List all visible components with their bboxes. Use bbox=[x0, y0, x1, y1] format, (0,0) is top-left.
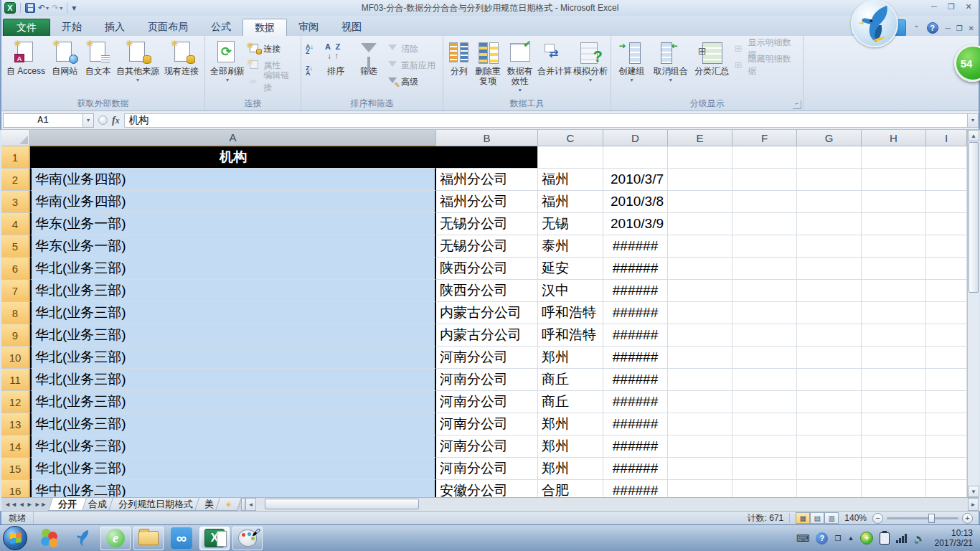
normal-view-button[interactable]: ▦ bbox=[796, 512, 810, 524]
existing-connections-button[interactable]: 现有连接 bbox=[161, 38, 202, 97]
cell-D16[interactable]: ###### bbox=[603, 480, 668, 497]
row-header-6[interactable]: 6 bbox=[1, 258, 30, 280]
sheet-tab-分开[interactable]: 分开 bbox=[48, 498, 87, 511]
cell-A16[interactable]: 华中(业务二部) bbox=[30, 480, 436, 497]
cell-D12[interactable]: ###### bbox=[603, 391, 668, 413]
cell-F10[interactable] bbox=[732, 347, 797, 369]
page-layout-view-button[interactable]: ▤ bbox=[810, 512, 824, 524]
cell-E10[interactable] bbox=[668, 347, 732, 369]
cell-D8[interactable]: ###### bbox=[603, 302, 668, 324]
cell-F6[interactable] bbox=[732, 258, 797, 280]
sheet-tab-分列规范日期格式[interactable]: 分列规范日期格式 bbox=[108, 498, 203, 511]
bird-logo-overlay[interactable] bbox=[851, 0, 898, 47]
cell-B16[interactable]: 安徽分公司 bbox=[436, 480, 538, 497]
cell-H12[interactable] bbox=[862, 391, 926, 413]
cell-G7[interactable] bbox=[797, 280, 862, 302]
cell-H5[interactable] bbox=[862, 235, 926, 258]
next-sheet-icon[interactable]: ► bbox=[27, 501, 33, 508]
cell-I13[interactable] bbox=[926, 413, 967, 435]
cell-G5[interactable] bbox=[797, 235, 862, 258]
cell-A9[interactable]: 华北(业务三部) bbox=[30, 324, 436, 347]
column-header-I[interactable]: I bbox=[926, 130, 967, 146]
cell-H8[interactable] bbox=[862, 302, 926, 324]
cell-F4[interactable] bbox=[732, 213, 797, 235]
name-box-dropdown-icon[interactable]: ▾ bbox=[83, 113, 94, 128]
minimize-button[interactable]: ─ bbox=[928, 2, 940, 11]
cell-G14[interactable] bbox=[797, 435, 862, 458]
cell-I12[interactable] bbox=[926, 391, 967, 413]
tab-formulas[interactable]: 公式 bbox=[199, 19, 242, 36]
cell-I2[interactable] bbox=[926, 169, 967, 191]
volume-icon[interactable]: 🔊 bbox=[913, 533, 925, 544]
cell-C10[interactable]: 郑州 bbox=[538, 347, 603, 369]
row-header-9[interactable]: 9 bbox=[1, 324, 30, 347]
prev-sheet-icon[interactable]: ◄ bbox=[19, 501, 25, 508]
workbook-restore-button[interactable]: ❐ bbox=[956, 24, 963, 32]
cell-D2[interactable]: 2010/3/7 bbox=[603, 169, 668, 191]
hscroll-right-icon[interactable]: ► bbox=[968, 498, 979, 511]
cell-A4[interactable]: 华东(业务一部) bbox=[30, 213, 436, 235]
cell-G3[interactable] bbox=[797, 191, 862, 213]
cell-B11[interactable]: 河南分公司 bbox=[436, 369, 538, 391]
cell-B8[interactable]: 内蒙古分公司 bbox=[436, 302, 538, 324]
column-header-H[interactable]: H bbox=[862, 130, 926, 146]
pinwheel-app-icon[interactable] bbox=[34, 527, 65, 550]
cell-D9[interactable]: ###### bbox=[603, 324, 668, 347]
undo-button[interactable]: ↶▾ bbox=[38, 3, 49, 13]
refresh-all-button[interactable]: 全部刷新 ▾ bbox=[208, 38, 247, 97]
clear-filter-button[interactable]: 清除 bbox=[386, 42, 437, 56]
cell-G12[interactable] bbox=[797, 391, 862, 413]
cell-A6[interactable]: 华北(业务三部) bbox=[30, 258, 436, 280]
cell-G10[interactable] bbox=[797, 347, 862, 369]
scroll-down-icon[interactable]: ▼ bbox=[968, 486, 979, 497]
filter-button[interactable]: 筛选 bbox=[353, 38, 385, 97]
cell-C5[interactable]: 泰州 bbox=[538, 235, 603, 258]
cell-H14[interactable] bbox=[862, 435, 926, 458]
cell-B3[interactable]: 福州分公司 bbox=[436, 191, 538, 213]
insert-worksheet-tab[interactable] bbox=[215, 498, 242, 511]
last-sheet-icon[interactable]: ►► bbox=[34, 501, 47, 508]
cell-F12[interactable] bbox=[732, 391, 797, 413]
cell-F11[interactable] bbox=[732, 369, 797, 391]
zoom-out-button[interactable]: − bbox=[872, 513, 883, 524]
cell-I6[interactable] bbox=[926, 258, 967, 280]
row-header-12[interactable]: 12 bbox=[1, 391, 30, 413]
cell-I3[interactable] bbox=[926, 191, 967, 213]
name-box[interactable]: A1 bbox=[3, 113, 83, 128]
cell-B12[interactable]: 河南分公司 bbox=[436, 391, 538, 413]
cell-C15[interactable]: 郑州 bbox=[538, 458, 603, 480]
antivirus-tray-icon[interactable]: + bbox=[860, 532, 873, 545]
help-icon[interactable]: ? bbox=[927, 22, 938, 34]
cell-E6[interactable] bbox=[668, 258, 732, 280]
cell-B7[interactable]: 陕西分公司 bbox=[436, 280, 538, 302]
cell-F15[interactable] bbox=[732, 458, 797, 480]
redo-button[interactable]: ↷▾ bbox=[52, 3, 62, 13]
row-header-7[interactable]: 7 bbox=[1, 280, 30, 302]
cell-E1[interactable] bbox=[668, 146, 732, 169]
row-header-16[interactable]: 16 bbox=[1, 480, 30, 497]
ungroup-button[interactable]: 取消组合 ▾ bbox=[651, 38, 690, 97]
cell-H15[interactable] bbox=[862, 458, 926, 480]
cell-F9[interactable] bbox=[732, 324, 797, 347]
tab-data[interactable]: 数据 bbox=[242, 19, 287, 36]
horizontal-scroll-thumb[interactable] bbox=[265, 499, 419, 509]
reapply-filter-button[interactable]: 重新应用 bbox=[386, 58, 437, 72]
cell-G2[interactable] bbox=[797, 169, 862, 191]
cell-A11[interactable]: 华北(业务三部) bbox=[30, 369, 436, 391]
cell-D3[interactable]: 2010/3/8 bbox=[603, 191, 668, 213]
from-access-button[interactable]: A 自 Access bbox=[4, 38, 47, 97]
cell-D4[interactable]: 2010/3/9 bbox=[603, 213, 668, 235]
hide-detail-button[interactable]: 隐藏明细数据 bbox=[732, 58, 800, 72]
cell-I9[interactable] bbox=[926, 324, 967, 347]
cell-H11[interactable] bbox=[862, 369, 926, 391]
formula-input[interactable]: 机构 bbox=[124, 113, 968, 128]
row-header-10[interactable]: 10 bbox=[1, 347, 30, 369]
cell-H13[interactable] bbox=[862, 413, 926, 435]
cell-C8[interactable]: 呼和浩特 bbox=[538, 302, 603, 324]
window-tray-icon[interactable]: ❐ bbox=[834, 534, 841, 542]
group-button[interactable]: 创建组 ▾ bbox=[614, 38, 649, 97]
cell-A10[interactable]: 华北(业务三部) bbox=[30, 347, 436, 369]
cell-C16[interactable]: 合肥 bbox=[538, 480, 603, 497]
cell-C1[interactable] bbox=[538, 146, 603, 169]
cell-B2[interactable]: 福州分公司 bbox=[436, 169, 538, 191]
